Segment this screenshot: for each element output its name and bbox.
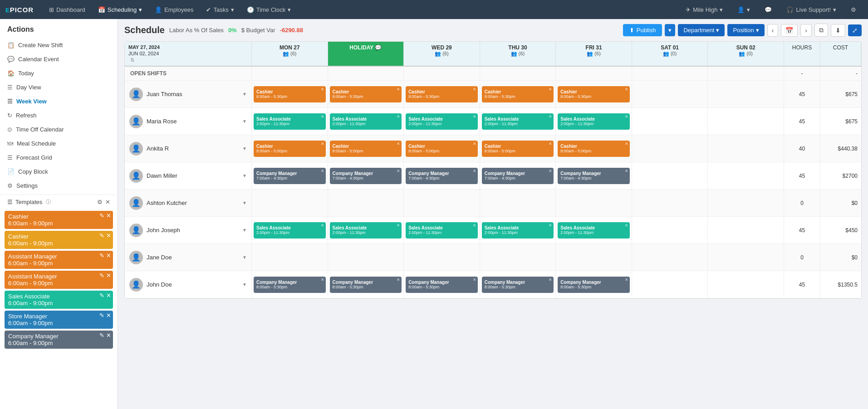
publish-dropdown-button[interactable]: ▾ [665, 24, 675, 36]
shift-cell-emp5-day1[interactable]: ✕ Sales Associate 2:00pm - 11:30pm [328, 217, 404, 243]
shift-block[interactable]: ✕ Cashier 8:00am - 5:30pm [482, 86, 554, 102]
shift-cell-emp4-day5[interactable] [632, 190, 708, 216]
employee-expand-arrow[interactable]: ▼ [242, 119, 247, 124]
nav-timeclock[interactable]: 🕐 Time Clock ▾ [240, 0, 298, 19]
shift-close-button[interactable]: ✕ [625, 169, 628, 173]
shift-block[interactable]: ✕ Sales Associate 2:00pm - 11:30pm [482, 222, 554, 239]
sort-icon[interactable]: ⇅ [130, 57, 248, 63]
shift-cell-emp5-day2[interactable]: ✕ Sales Associate 2:00pm - 11:30pm [404, 217, 480, 243]
shift-close-button[interactable]: ✕ [321, 223, 324, 228]
employee-expand-arrow[interactable]: ▼ [242, 92, 247, 97]
template-sales[interactable]: ✎ ✕ Sales Associate 6:00am - 9:00pm [5, 291, 113, 309]
shift-block[interactable]: ✕ Cashier 8:00am - 5:30pm [254, 86, 326, 102]
shift-cell-emp1-day3[interactable]: ✕ Sales Associate 2:00pm - 11:30pm [480, 108, 556, 135]
shift-cell-emp2-day4[interactable]: ✕ Cashier 8:00am - 5:00pm [556, 135, 632, 162]
sidebar-item-week-view[interactable]: ☰ Week View [0, 94, 118, 108]
shift-cell-emp0-day3[interactable]: ✕ Cashier 8:00am - 5:30pm [480, 81, 556, 107]
shift-cell-emp4-day2[interactable] [404, 190, 480, 216]
shift-block[interactable]: ✕ Cashier 8:00am - 5:00pm [482, 141, 554, 157]
shift-block[interactable]: ✕ Sales Associate 2:00pm - 11:30pm [254, 222, 326, 239]
shift-close-button[interactable]: ✕ [473, 114, 476, 119]
shift-close-button[interactable]: ✕ [321, 278, 324, 282]
nav-employees[interactable]: 👤 Employees [148, 0, 200, 19]
shift-cell-emp2-day2[interactable]: ✕ Cashier 8:00am - 5:00pm [404, 135, 480, 162]
expand-button[interactable]: ⤢ [848, 24, 862, 36]
shift-cell-emp1-day4[interactable]: ✕ Sales Associate 2:00pm - 11:30pm [556, 108, 632, 135]
shift-close-button[interactable]: ✕ [397, 169, 400, 173]
shift-cell-emp1-day2[interactable]: ✕ Sales Associate 2:00pm - 11:30pm [404, 108, 480, 135]
shift-cell-emp0-day1[interactable]: ✕ Cashier 8:00am - 5:30pm [328, 81, 404, 107]
shift-block[interactable]: ✕ Company Manager 8:00am - 5:30pm [482, 277, 554, 293]
shift-block[interactable]: ✕ Sales Associate 2:00pm - 11:30pm [330, 113, 402, 130]
shift-block[interactable]: ✕ Cashier 8:00am - 5:00pm [330, 141, 402, 157]
shift-cell-emp2-day6[interactable] [708, 135, 784, 162]
sidebar-item-create-shift[interactable]: 📋 Create New Shift [0, 38, 118, 52]
template-edit-icon-7[interactable]: ✎ [99, 332, 104, 339]
shift-close-button[interactable]: ✕ [321, 141, 324, 146]
shift-close-button[interactable]: ✕ [549, 278, 552, 282]
shift-block[interactable]: ✕ Company Manager 8:00am - 5:30pm [558, 277, 630, 293]
shift-block[interactable]: ✕ Cashier 8:00am - 5:00pm [254, 141, 326, 157]
sidebar-item-today[interactable]: 🏠 Today [0, 66, 118, 80]
sidebar-item-forecast-grid[interactable]: ☰ Forecast Grid [0, 151, 118, 165]
shift-cell-emp3-day2[interactable]: ✕ Company Manager 7:00am - 4:30pm [404, 162, 480, 189]
shift-cell-emp4-day4[interactable] [556, 190, 632, 216]
template-delete-icon-1[interactable]: ✕ [106, 212, 111, 219]
shift-close-button[interactable]: ✕ [397, 278, 400, 282]
shift-cell-emp3-day0[interactable]: ✕ Company Manager 7:00am - 4:30pm [252, 162, 328, 189]
template-edit-icon-4[interactable]: ✎ [99, 272, 104, 279]
template-delete-icon-3[interactable]: ✕ [106, 252, 111, 259]
shift-close-button[interactable]: ✕ [321, 169, 324, 173]
shift-cell-emp3-day3[interactable]: ✕ Company Manager 7:00am - 4:30pm [480, 162, 556, 189]
department-button[interactable]: Department ▾ [678, 24, 725, 36]
shift-block[interactable]: ✕ Company Manager 8:00am - 5:30pm [254, 277, 326, 293]
employee-expand-arrow[interactable]: ▼ [242, 146, 247, 151]
shift-cell-emp5-day6[interactable] [708, 217, 784, 243]
position-button[interactable]: Position ▾ [727, 24, 764, 36]
shift-block[interactable]: ✕ Sales Associate 2:00pm - 11:30pm [254, 113, 326, 130]
shift-block[interactable]: ✕ Cashier 8:00am - 5:00pm [558, 141, 630, 157]
shift-close-button[interactable]: ✕ [473, 87, 476, 92]
shift-cell-emp1-day5[interactable] [632, 108, 708, 135]
shift-cell-emp6-day0[interactable] [252, 244, 328, 271]
shift-cell-emp6-day2[interactable] [404, 244, 480, 271]
shift-cell-emp1-day1[interactable]: ✕ Sales Associate 2:00pm - 11:30pm [328, 108, 404, 135]
shift-block[interactable]: ✕ Company Manager 8:00am - 5:30pm [330, 277, 402, 293]
shift-cell-emp2-day1[interactable]: ✕ Cashier 8:00am - 5:00pm [328, 135, 404, 162]
employee-expand-arrow[interactable]: ▼ [242, 282, 247, 287]
shift-cell-emp4-day1[interactable] [328, 190, 404, 216]
nav-support[interactable]: 🎧 Live Support! ▾ [780, 0, 843, 19]
shift-cell-emp6-day5[interactable] [632, 244, 708, 271]
template-edit-icon-3[interactable]: ✎ [99, 252, 104, 259]
nav-tasks[interactable]: ✔ Tasks ▾ [200, 0, 240, 19]
template-store-manager[interactable]: ✎ ✕ Store Manager 6:00am - 9:00pm [5, 311, 113, 329]
shift-block[interactable]: ✕ Cashier 8:00am - 5:00pm [406, 141, 478, 157]
nav-milehigh[interactable]: ✈ Mile High ▾ [679, 0, 729, 19]
nav-settings[interactable]: ⚙ [844, 0, 863, 19]
shift-block[interactable]: ✕ Sales Associate 2:00pm - 11:30pm [406, 222, 478, 239]
shift-close-button[interactable]: ✕ [625, 141, 628, 146]
sidebar-item-meal-schedule[interactable]: 🍽 Meal Schedule [0, 136, 118, 151]
shift-block[interactable]: ✕ Company Manager 7:00am - 4:30pm [330, 168, 402, 184]
sidebar-item-day-view[interactable]: ☰ Day View [0, 80, 118, 94]
shift-close-button[interactable]: ✕ [321, 114, 324, 119]
shift-close-button[interactable]: ✕ [549, 87, 552, 92]
template-assistant-2[interactable]: ✎ ✕ Assistant Manager 6:00am - 9:00pm [5, 271, 113, 289]
sidebar-item-time-off[interactable]: ⊙ Time Off Calendar [0, 122, 118, 136]
shift-cell-emp0-day0[interactable]: ✕ Cashier 8:00am - 5:30pm [252, 81, 328, 107]
publish-button[interactable]: ⬆ Publish [623, 24, 662, 36]
shift-cell-emp6-day6[interactable] [708, 244, 784, 271]
shift-close-button[interactable]: ✕ [549, 114, 552, 119]
template-edit-icon-6[interactable]: ✎ [99, 312, 104, 319]
shift-close-button[interactable]: ✕ [625, 278, 628, 282]
shift-cell-emp7-day5[interactable] [632, 271, 708, 298]
shift-cell-emp2-day3[interactable]: ✕ Cashier 8:00am - 5:00pm [480, 135, 556, 162]
shift-block[interactable]: ✕ Cashier 8:00am - 5:30pm [558, 86, 630, 102]
employee-expand-arrow[interactable]: ▼ [242, 228, 247, 233]
shift-cell-emp0-day2[interactable]: ✕ Cashier 8:00am - 5:30pm [404, 81, 480, 107]
shift-close-button[interactable]: ✕ [321, 87, 324, 92]
shift-block[interactable]: ✕ Sales Associate 2:00pm - 11:30pm [558, 113, 630, 130]
template-delete-icon-6[interactable]: ✕ [106, 312, 111, 319]
shift-block[interactable]: ✕ Sales Associate 2:00pm - 11:30pm [406, 113, 478, 130]
shift-close-button[interactable]: ✕ [625, 114, 628, 119]
